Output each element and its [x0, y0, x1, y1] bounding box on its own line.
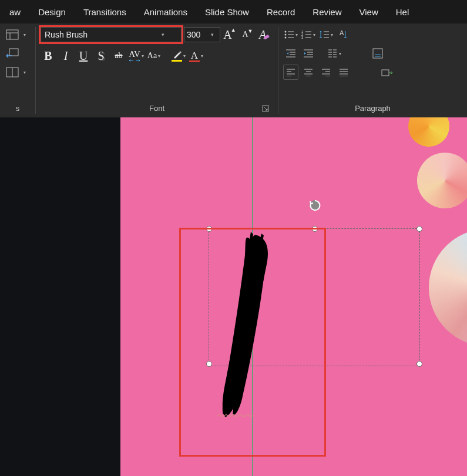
arrow-up-icon: ▲	[231, 27, 236, 33]
reset-button[interactable]	[5, 46, 20, 61]
section-button[interactable]	[5, 65, 20, 80]
line-spacing-button[interactable]: ▾	[318, 27, 334, 42]
font-name-input[interactable]	[41, 28, 159, 42]
caret-icon: ▾	[331, 32, 333, 38]
italic-button[interactable]: I	[58, 48, 73, 63]
tab-record[interactable]: Record	[260, 4, 302, 21]
underline-button[interactable]: U	[76, 48, 91, 63]
align-center-button[interactable]	[301, 65, 316, 80]
svg-point-10	[285, 34, 287, 36]
decrease-indent-button[interactable]	[283, 46, 298, 61]
group-label-font: Font	[41, 103, 273, 115]
font-size-input[interactable]	[184, 28, 208, 42]
arrow-down-icon: ▼	[248, 28, 253, 34]
layout-button[interactable]	[5, 27, 20, 42]
bold-button[interactable]: B	[41, 48, 56, 63]
character-spacing-button[interactable]: AV ▾	[129, 48, 144, 63]
eraser-icon	[264, 34, 270, 40]
rotate-handle[interactable]	[308, 198, 322, 212]
caret-icon: ▾	[339, 51, 341, 56]
svg-rect-0	[6, 30, 18, 39]
svg-point-8	[285, 31, 287, 33]
caret-icon: ▾	[23, 32, 26, 38]
gem-circle-orange	[408, 117, 449, 147]
tab-draw[interactable]: aw	[2, 4, 28, 21]
brush-stroke-glyph[interactable]	[214, 232, 279, 421]
underline-glyph: U	[79, 49, 88, 63]
group-clipboard-edge: ▾ ▾ s	[0, 23, 35, 117]
align-left-button[interactable]	[283, 65, 298, 80]
strikethrough-button[interactable]: ab	[111, 48, 126, 63]
slide-thumbnail-strip[interactable]	[0, 117, 120, 476]
convert-smartart-button[interactable]	[379, 65, 395, 80]
strike-glyph: ab	[115, 51, 122, 60]
align-right-button[interactable]	[318, 65, 334, 80]
text-shadow-button[interactable]: S	[93, 48, 109, 63]
ribbon-tabbar: aw Design Transitions Animations Slide S…	[0, 0, 467, 23]
decrease-font-size-button[interactable]: A▼	[240, 27, 256, 42]
caret-icon: ▾	[201, 53, 203, 59]
gem-circle-large	[429, 229, 467, 346]
spellcheck-squiggle	[217, 414, 256, 417]
caret-icon: ▾	[313, 32, 315, 38]
svg-text:3: 3	[301, 36, 304, 39]
bullets-button[interactable]: ▾	[283, 27, 298, 42]
svg-rect-40	[373, 49, 382, 58]
columns-button[interactable]: ▾	[327, 46, 342, 61]
font-dialog-launcher[interactable]	[261, 104, 270, 113]
font-size-dropdown-icon[interactable]: ▾	[208, 28, 216, 42]
svg-rect-3	[9, 49, 18, 56]
highlighter-icon	[172, 50, 182, 59]
tab-review[interactable]: Review	[305, 4, 348, 21]
group-label-slides-edge: s	[5, 103, 31, 115]
font-group-label-text: Font	[149, 104, 164, 113]
caret-icon: ▾	[295, 32, 298, 38]
slide[interactable]	[120, 117, 467, 476]
av-glyph: AV	[129, 50, 140, 59]
numbering-button[interactable]: 123▾	[301, 27, 316, 42]
svg-rect-59	[382, 70, 389, 76]
shadow-glyph: S	[98, 49, 104, 63]
slide-area[interactable]	[120, 117, 467, 476]
increase-indent-button[interactable]	[301, 46, 316, 61]
font-size-combobox[interactable]: ▾	[184, 27, 220, 42]
font-name-combobox[interactable]: ▾	[41, 27, 182, 42]
clear-formatting-button[interactable]: A	[258, 27, 273, 42]
tab-design[interactable]: Design	[31, 4, 73, 21]
paragraph-group-label-text: Paragraph	[355, 104, 391, 113]
caret-icon: ▾	[158, 53, 160, 59]
caret-icon: ▾	[23, 70, 26, 75]
group-paragraph: ▾ 123▾ ▾ A ▾ Parag	[278, 23, 467, 117]
bold-glyph: B	[44, 49, 52, 63]
caret-icon: ▾	[142, 53, 144, 59]
tab-help[interactable]: Hel	[389, 4, 416, 21]
fontcolor-glyph: A	[191, 50, 198, 62]
tab-slideshow[interactable]: Slide Show	[198, 4, 256, 21]
tab-animations[interactable]: Animations	[137, 4, 194, 21]
resize-handle-ne[interactable]	[416, 226, 422, 232]
svg-text:A: A	[340, 29, 344, 36]
italic-glyph: I	[64, 49, 68, 63]
group-label-paragraph: Paragraph	[283, 103, 462, 115]
case-glyph: Aa	[147, 51, 157, 60]
highlight-color-bar	[172, 60, 182, 62]
gem-circle-pink	[417, 153, 467, 208]
tab-view[interactable]: View	[352, 4, 385, 21]
svg-rect-6	[264, 35, 270, 40]
ribbon: ▾ ▾ s ▾	[0, 23, 467, 117]
spacing-arrows-icon	[129, 59, 140, 62]
font-name-dropdown-icon[interactable]: ▾	[159, 28, 167, 42]
font-color-button[interactable]: A ▾	[189, 48, 204, 63]
svg-point-12	[285, 37, 287, 39]
change-case-button[interactable]: Aa ▾	[146, 48, 162, 63]
justify-button[interactable]	[336, 65, 351, 80]
editor-canvas	[0, 117, 467, 476]
align-text-button[interactable]	[370, 46, 385, 61]
tab-transitions[interactable]: Transitions	[76, 4, 133, 21]
font-color-bar	[189, 60, 200, 62]
text-direction-button[interactable]: A	[336, 27, 351, 42]
resize-handle-e[interactable]	[416, 361, 422, 367]
caret-icon: ▾	[183, 53, 186, 59]
text-highlight-color-button[interactable]: ▾	[171, 48, 186, 63]
increase-font-size-button[interactable]: A▲	[223, 27, 238, 42]
